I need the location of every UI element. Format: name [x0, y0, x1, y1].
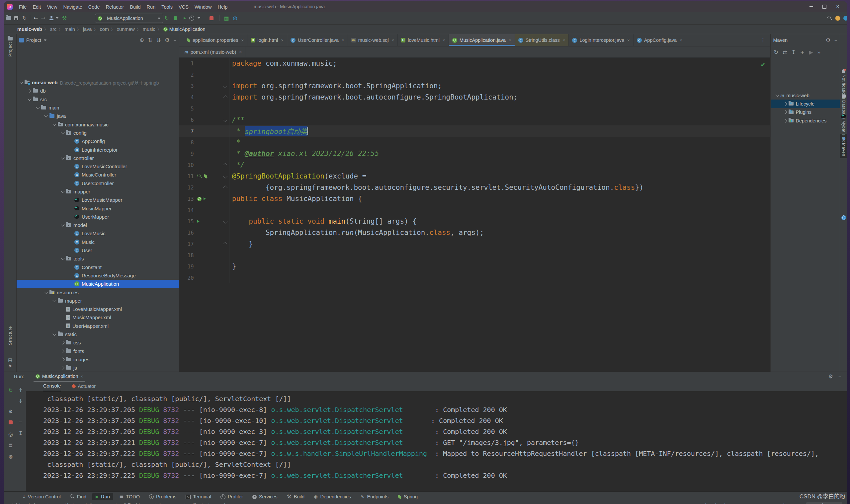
- breadcrumb-item-java[interactable]: java: [83, 26, 92, 32]
- close-icon[interactable]: ×: [680, 38, 682, 43]
- breadcrumb-item-xunmaw[interactable]: xunmaw: [117, 26, 135, 32]
- tree-item-Constant[interactable]: CConstant: [17, 263, 179, 271]
- expand-all-icon[interactable]: ⇅: [148, 37, 152, 43]
- structure-icon-group[interactable]: ▤ ⚑: [4, 358, 16, 368]
- chevron-box[interactable]: [59, 341, 66, 344]
- rerun-button[interactable]: ↻: [7, 388, 15, 393]
- sidebar-item-structure[interactable]: Structure: [4, 326, 16, 345]
- close-icon[interactable]: ×: [281, 38, 283, 43]
- settings-button[interactable]: [843, 12, 847, 24]
- tree-item-db[interactable]: db: [17, 87, 179, 95]
- scroll-down-button[interactable]: ↓: [17, 398, 24, 404]
- more-actions-icon[interactable]: »: [817, 50, 820, 55]
- console-tab-console[interactable]: Console: [43, 381, 61, 392]
- chevron-box[interactable]: [774, 94, 781, 96]
- run-configuration-select[interactable]: MusicApplication: [95, 14, 163, 23]
- tree-item-mapper[interactable]: mapper: [17, 296, 179, 305]
- stop-process-button[interactable]: [7, 420, 15, 425]
- code-line-19[interactable]: 19}: [179, 261, 770, 272]
- chevron-box[interactable]: [59, 132, 66, 134]
- status-message[interactable]: Lombok requires enabled annotation proce…: [13, 502, 225, 504]
- tab-LoginInterceptor.java[interactable]: CLoginInterceptor.java×: [569, 34, 633, 46]
- gear-icon[interactable]: ⚙: [165, 37, 169, 43]
- coverage-report-button[interactable]: ▦: [223, 12, 230, 24]
- close-icon[interactable]: ×: [342, 38, 344, 43]
- tree-item-tools[interactable]: tools: [17, 254, 179, 263]
- user-profile-button[interactable]: [50, 12, 58, 24]
- tree-item-model[interactable]: model: [17, 221, 179, 229]
- tree-item-main[interactable]: main: [17, 104, 179, 112]
- download-sources-icon[interactable]: ↧: [791, 50, 796, 55]
- code-line-12[interactable]: 12 {org.springframework.boot.autoconfigu…: [179, 182, 770, 193]
- close-icon[interactable]: ×: [392, 38, 395, 43]
- menu-view[interactable]: View: [44, 4, 60, 10]
- sync-icon[interactable]: ↻: [21, 12, 29, 24]
- scroll-up-button[interactable]: ↑: [17, 388, 24, 393]
- tree-item-AppConfig[interactable]: CAppConfig: [17, 137, 179, 145]
- tree-item-UserController[interactable]: CUserController: [17, 179, 179, 187]
- spring-boot-gutter-icon[interactable]: [197, 197, 202, 201]
- menu-file[interactable]: File: [16, 4, 30, 10]
- project-panel-title[interactable]: Project: [26, 37, 41, 43]
- locate-file-icon[interactable]: ⊕: [139, 37, 144, 43]
- tree-item-static[interactable]: static: [17, 330, 179, 338]
- code-line-8[interactable]: 8 *: [179, 137, 770, 148]
- chevron-box[interactable]: [35, 107, 41, 108]
- chevron-box[interactable]: [59, 358, 66, 361]
- fold-marker-icon[interactable]: [223, 118, 227, 122]
- update-notification[interactable]: [835, 12, 843, 24]
- tab-StringUtils.class[interactable]: CStringUtils.class×: [515, 34, 569, 46]
- toolbar-item-version-control[interactable]: YVersion Control: [19, 493, 64, 500]
- close-icon[interactable]: ×: [627, 38, 630, 43]
- tree-item-Music[interactable]: CMusic: [17, 238, 179, 246]
- gear-icon[interactable]: ⚙: [826, 37, 830, 43]
- restore-layout-button[interactable]: ▤: [7, 443, 15, 447]
- fold-marker-icon[interactable]: [223, 242, 227, 246]
- clear-console-button[interactable]: ⊗: [7, 454, 15, 460]
- tree-item-LoginInterceptor[interactable]: CLoginInterceptor: [17, 145, 179, 154]
- chevron-box[interactable]: [59, 258, 66, 259]
- code-line-18[interactable]: 18: [179, 250, 770, 261]
- chevron-down-icon[interactable]: [44, 39, 47, 41]
- scroll-to-end-button[interactable]: ↧: [17, 431, 24, 436]
- tree-item-css[interactable]: css: [17, 338, 179, 347]
- chevron-box[interactable]: [782, 120, 788, 122]
- code-line-7[interactable]: 7 * springboot启动类: [179, 125, 770, 137]
- tree-item-ResponseBodyMessage[interactable]: CResponseBodyMessage: [17, 271, 179, 280]
- run-gutter-icon[interactable]: [197, 220, 200, 223]
- maven-item-Plugins[interactable]: Plugins: [771, 108, 840, 116]
- menu-tools[interactable]: Tools: [158, 4, 176, 10]
- gear-icon[interactable]: ⚙: [828, 374, 833, 379]
- chevron-box[interactable]: [782, 103, 788, 105]
- menu-edit[interactable]: Edit: [30, 4, 44, 10]
- code-line-1[interactable]: 1package com.xunmaw.music;: [179, 58, 770, 69]
- chevron-box[interactable]: [782, 111, 788, 113]
- back-button[interactable]: ←: [32, 12, 40, 24]
- tree-item-UserMapper.xml[interactable]: xUserMapper.xml: [17, 322, 179, 330]
- tab-AppConfig.java[interactable]: CAppConfig.java×: [634, 34, 686, 46]
- chevron-box[interactable]: [26, 98, 33, 100]
- run-settings-button[interactable]: ⚙: [7, 409, 15, 414]
- spring-search-gutter-icon[interactable]: [197, 174, 202, 179]
- chevron-box[interactable]: [59, 191, 66, 193]
- tab-login.html[interactable]: Hlogin.html×: [247, 34, 287, 46]
- chevron-box[interactable]: [59, 367, 66, 369]
- fold-marker-icon[interactable]: [223, 185, 227, 190]
- tree-item-js[interactable]: js: [17, 364, 179, 372]
- code-line-3[interactable]: 3import org.springframework.boot.SpringA…: [179, 80, 770, 92]
- chevron-box[interactable]: [43, 292, 50, 293]
- search-everywhere-button[interactable]: [827, 12, 835, 24]
- close-button[interactable]: ×: [831, 1, 844, 12]
- build-project-button[interactable]: ⚒: [60, 12, 68, 24]
- save-icon[interactable]: [13, 12, 21, 24]
- tab-UserController.java[interactable]: CUserController.java×: [287, 34, 348, 46]
- chevron-box[interactable]: [59, 350, 66, 353]
- tree-item-resources[interactable]: resources: [17, 288, 179, 296]
- open-icon[interactable]: [6, 12, 14, 24]
- tree-item-LoveMusicController[interactable]: CLoveMusicController: [17, 162, 179, 170]
- indent-style[interactable]: Tab: [778, 503, 786, 504]
- hide-panel-icon[interactable]: –: [834, 37, 837, 43]
- menu-navigate[interactable]: Navigate: [60, 4, 85, 10]
- code-line-6[interactable]: 6/**: [179, 114, 770, 125]
- menu-refactor[interactable]: Refactor: [103, 4, 127, 10]
